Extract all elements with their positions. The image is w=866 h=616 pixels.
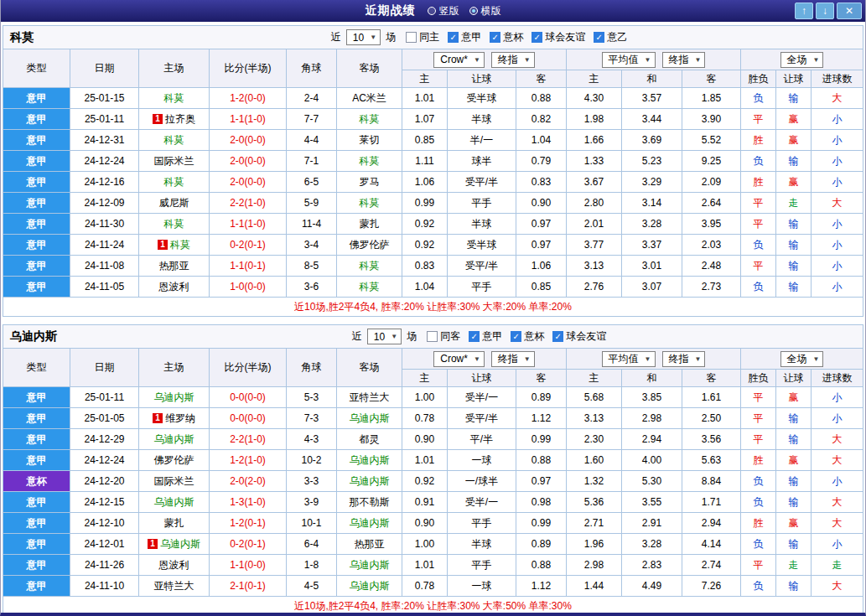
avg-draw-cell: 3.37: [622, 235, 682, 256]
team-name-text: 拉齐奥: [165, 113, 195, 125]
avg-home-cell: 5.68: [567, 387, 622, 408]
checkbox[interactable]: ✓: [552, 331, 563, 342]
checkbox[interactable]: ✓: [448, 32, 459, 43]
odds-home-cell: 0.90: [402, 513, 448, 534]
odds-stage-select[interactable]: 终指 ▼: [491, 52, 535, 68]
checkbox[interactable]: [427, 331, 438, 342]
col-odds-home: 主: [402, 370, 448, 387]
team-cell: 热那亚: [337, 534, 402, 555]
date-cell: 24-11-24: [70, 235, 139, 256]
league-cell: 意甲: [3, 576, 70, 597]
avg-home-cell: 2.76: [567, 277, 622, 298]
match-row: 意甲24-11-26恩波利1-1(0-0)1-8乌迪内斯1.01平手0.882.…: [3, 555, 863, 576]
filter-同客[interactable]: 同客: [427, 329, 460, 344]
odds-stage-value: 终指: [498, 53, 518, 67]
header-row-groups: 类型 日期 主场 比分(半场) 角球 客场 Crow* ▼ 终指: [3, 49, 863, 70]
checkbox[interactable]: ✓: [511, 331, 521, 342]
chevron-down-icon: ▼: [524, 355, 531, 363]
team-name-text: 都灵: [360, 433, 380, 445]
red-card-badge: 1: [148, 539, 158, 549]
avg-home-cell: 2.98: [567, 555, 622, 576]
avg-draw-cell: 3.29: [622, 172, 682, 193]
odds-away-cell: 0.90: [516, 193, 567, 214]
filter-同主[interactable]: 同主: [406, 30, 439, 44]
odds-away-cell: 1.12: [516, 408, 567, 429]
recent-count-select[interactable]: 10 ▼: [346, 29, 381, 45]
move-down-button[interactable]: ↓: [816, 3, 834, 19]
checkbox[interactable]: [406, 32, 417, 43]
move-up-button[interactable]: ↑: [795, 3, 813, 19]
odds-away-cell: 0.89: [516, 387, 567, 408]
corners-cell: 10-2: [287, 450, 337, 471]
date-cell: 25-01-05: [70, 408, 139, 429]
corners-cell: 2-4: [287, 88, 337, 109]
filter-label: 同客: [440, 329, 460, 344]
league-cell: 意甲: [3, 534, 70, 555]
handicap-result-cell: 输: [776, 214, 812, 235]
odds-away-cell: 0.85: [516, 277, 567, 298]
average-select[interactable]: 平均值 ▼: [602, 351, 656, 367]
filter-意杯[interactable]: ✓意杯: [511, 329, 544, 344]
handicap-result-cell: 输: [776, 88, 812, 109]
odds-away-cell: 0.88: [516, 450, 567, 471]
filter-bar: 近 10 ▼ 场 同客✓意甲✓意杯✓球会友谊: [102, 329, 856, 344]
date-cell: 24-12-31: [70, 130, 139, 151]
match-row: 意甲24-12-10蒙扎1-2(0-1)10-1乌迪内斯0.90平手0.992.…: [3, 513, 863, 534]
fulltime-select[interactable]: 全场 ▼: [780, 52, 824, 68]
league-cell: 意甲: [3, 429, 70, 450]
col-odds-handicap: 让球: [448, 70, 516, 88]
wdl-result-cell: 平: [741, 109, 776, 130]
checkbox[interactable]: ✓: [490, 32, 500, 43]
avg-away-cell: 1.85: [682, 88, 741, 109]
league-cell: 意甲: [3, 408, 70, 429]
team-cell: 那不勒斯: [337, 492, 402, 513]
corners-cell: 7-3: [287, 408, 337, 429]
odds-home-cell: 0.91: [402, 492, 448, 513]
col-type: 类型: [3, 49, 70, 88]
league-cell: 意甲: [3, 555, 70, 576]
filter-bar: 近 10 ▼ 场 同主✓意甲✓意杯✓球会友谊✓意乙: [102, 29, 856, 45]
filter-球会友谊[interactable]: ✓球会友谊: [532, 30, 585, 44]
bookmaker-select[interactable]: Crow* ▼: [433, 351, 485, 367]
odds-stage-select[interactable]: 终指 ▼: [491, 351, 535, 367]
goals-result-cell: 大: [812, 193, 863, 214]
odds-home-cell: 0.99: [402, 193, 448, 214]
recent-count-select[interactable]: 10 ▼: [367, 329, 402, 344]
filter-意杯[interactable]: ✓意杯: [490, 30, 523, 44]
average-select-value: 平均值: [609, 352, 639, 366]
filter-意甲[interactable]: ✓意甲: [448, 30, 481, 44]
average-select[interactable]: 平均值 ▼: [602, 52, 656, 68]
team-cell: 乌迪内斯: [337, 450, 402, 471]
avg-stage-select[interactable]: 终指 ▼: [662, 351, 706, 367]
handicap-result-cell: 输: [776, 277, 812, 298]
radio-vertical-layout[interactable]: 竖版: [428, 4, 459, 18]
filter-意甲[interactable]: ✓意甲: [469, 329, 502, 344]
goals-result-cell: 小: [812, 534, 863, 555]
radio-horizontal-layout[interactable]: 横版: [469, 4, 501, 18]
bookmaker-select[interactable]: Crow* ▼: [433, 52, 485, 68]
fulltime-select[interactable]: 全场 ▼: [780, 351, 824, 367]
odds-home-cell: 1.06: [402, 172, 448, 193]
checkbox[interactable]: ✓: [469, 331, 480, 342]
handicap-line-cell: 球半: [448, 151, 516, 172]
team-name-text: 科莫: [360, 155, 380, 167]
handicap-result-cell: 输: [776, 576, 812, 597]
team-cell: 1拉齐奥: [139, 109, 210, 130]
league-cell: 意甲: [3, 172, 70, 193]
avg-home-cell: 2.30: [567, 429, 622, 450]
filter-意乙[interactable]: ✓意乙: [594, 30, 627, 44]
checkbox[interactable]: ✓: [532, 32, 542, 43]
close-button[interactable]: ✕: [837, 3, 862, 19]
corners-cell: 5-9: [287, 193, 337, 214]
handicap-result-cell: 输: [776, 534, 812, 555]
odds-home-cell: 1.07: [402, 109, 448, 130]
date-cell: 24-12-15: [70, 492, 139, 513]
avg-away-cell: 8.84: [682, 471, 741, 492]
filter-球会友谊[interactable]: ✓球会友谊: [552, 329, 606, 344]
checkbox[interactable]: ✓: [594, 32, 604, 43]
avg-stage-select[interactable]: 终指 ▼: [662, 52, 706, 68]
team-name-text: 科莫: [164, 176, 184, 188]
filter-list: 同主✓意甲✓意杯✓球会友谊✓意乙: [406, 30, 627, 44]
corners-cell: 10-1: [287, 513, 337, 534]
handicap-result-cell: 输: [776, 256, 812, 277]
